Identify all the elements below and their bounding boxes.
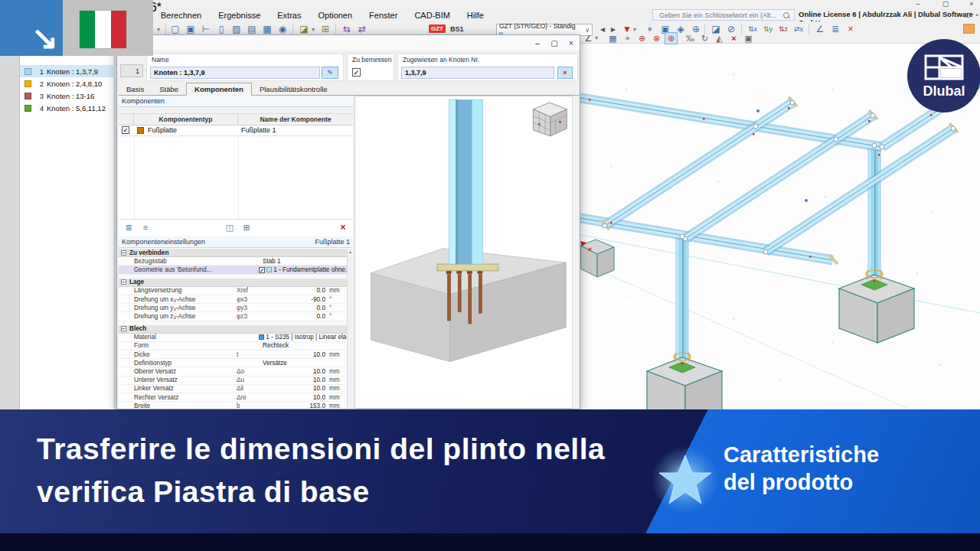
cancel-icon[interactable]: × bbox=[727, 32, 740, 44]
design-checkbox[interactable]: ✓ bbox=[352, 68, 361, 77]
remove-row-icon[interactable]: ≡ bbox=[139, 221, 152, 233]
delete-all-icon[interactable]: × bbox=[844, 23, 858, 36]
rotate-b-icon[interactable]: ⊗ bbox=[650, 32, 663, 44]
dialog-minimize-button[interactable]: – bbox=[531, 38, 544, 48]
settings-row[interactable]: Linker Versatz Δli 10.0 mm bbox=[119, 385, 347, 393]
dialog-titlebar[interactable] bbox=[117, 35, 580, 51]
preview-scrollbar[interactable] bbox=[572, 96, 578, 409]
permille-icon[interactable]: ‰ bbox=[684, 32, 697, 44]
import-icon[interactable]: ◫ bbox=[223, 221, 237, 233]
group-zu-verbinden[interactable]: − Zu verbinden bbox=[119, 249, 347, 257]
work-plane-icon[interactable]: ⌖ bbox=[621, 32, 634, 44]
menu-ergebnisse[interactable]: Ergebnisse bbox=[218, 11, 260, 20]
settings-row[interactable]: Rechter Versatz Δre 10.0 mm bbox=[119, 393, 347, 402]
settings-row[interactable]: Drehung um x₃-Achse φx3 -90.0 ° bbox=[119, 295, 347, 304]
name-input[interactable]: Knoten : 1,3,7,9 bbox=[150, 67, 320, 79]
settings-row-material[interactable]: Material 1 - S235 | Isotrop | Linear ela… bbox=[119, 334, 347, 342]
component-checkbox[interactable]: ✓ bbox=[122, 126, 129, 134]
components-table-header: Komponententyp Name der Komponente bbox=[119, 107, 353, 126]
menu-hilfe[interactable]: Hilfe bbox=[467, 11, 484, 20]
settings-row[interactable]: Unterer Versatz Δu 10.0 mm bbox=[119, 377, 347, 385]
components-header: Komponenten bbox=[119, 96, 353, 107]
edit-name-button[interactable]: ✎ bbox=[322, 67, 338, 79]
assigned-nodes-input[interactable]: 1,3,7,9 bbox=[401, 67, 554, 79]
orbit-icon[interactable]: ↻ bbox=[698, 32, 711, 44]
settings-scrollbar[interactable]: ▴ bbox=[347, 249, 353, 409]
measure-icon[interactable]: ∠ bbox=[813, 23, 827, 36]
dialog-maximize-button[interactable]: ▢ bbox=[547, 38, 561, 48]
nav-item-knoten-2[interactable]: 2 Knoten : 2,4,8,10 bbox=[20, 77, 115, 90]
case-number-field[interactable]: 1 bbox=[120, 64, 143, 77]
collapse-icon[interactable]: − bbox=[121, 250, 126, 256]
color-swatch bbox=[24, 68, 31, 75]
tab-basis[interactable]: Basis bbox=[119, 83, 152, 95]
color-swatch bbox=[24, 105, 31, 112]
bottom-strip bbox=[0, 533, 980, 551]
settings-row[interactable]: Definitionstyp Versätze bbox=[119, 359, 347, 367]
axis-x2-icon[interactable]: ⇄x bbox=[792, 23, 805, 36]
tab-komponenten[interactable]: Komponenten bbox=[186, 83, 252, 96]
settings-row[interactable]: Dicke t 10.0 mm bbox=[119, 350, 347, 359]
nav-item-knoten-3[interactable]: 3 Knoten : 13-16 bbox=[20, 90, 115, 102]
add-row-icon[interactable]: ≣ bbox=[122, 221, 136, 233]
dlubal-logo-text: Dlubal bbox=[923, 83, 965, 99]
geometry-checkbox[interactable]: ✓ bbox=[259, 267, 265, 273]
scroll-up-icon[interactable]: ▴ bbox=[349, 249, 351, 254]
settings-row[interactable]: Drehung um y₃-Achse φy3 0.0 ° bbox=[119, 304, 347, 312]
child-restore-button[interactable]: ▢ bbox=[964, 11, 972, 19]
settings-row[interactable]: Drehung um z₃-Achse φz3 0.0 ° bbox=[119, 312, 347, 321]
collapse-icon[interactable]: − bbox=[121, 279, 126, 285]
grid-icon[interactable]: ▦ bbox=[606, 32, 619, 44]
settings-row[interactable]: Längsversetzung Xref 0.0 mm bbox=[119, 287, 347, 295]
mirror-icon[interactable]: ◭ bbox=[713, 32, 726, 44]
menu-optionen[interactable]: Optionen bbox=[318, 11, 352, 20]
nav-item-knoten-4[interactable]: 4 Knoten : 5,6,11,12 bbox=[20, 102, 115, 114]
search-icon[interactable] bbox=[782, 11, 791, 20]
tab-staebe[interactable]: Stäbe bbox=[152, 83, 186, 95]
angle-dropdown-icon[interactable]: ▾ bbox=[593, 32, 600, 44]
select-nodes-button[interactable]: × bbox=[557, 67, 573, 79]
collapse-icon[interactable]: − bbox=[121, 326, 126, 331]
child-minimize-button[interactable]: – bbox=[955, 11, 962, 19]
component-name: Fußplatte 1 bbox=[241, 126, 276, 134]
star-icon bbox=[649, 446, 722, 519]
layers-icon[interactable]: ≣ bbox=[828, 23, 842, 36]
axis-y-icon[interactable]: ⇅y bbox=[761, 23, 775, 36]
keyword-search[interactable] bbox=[652, 9, 795, 21]
settings-row[interactable]: Breite b 153.0 mm bbox=[119, 402, 347, 409]
axis-z-icon[interactable]: ⇅z bbox=[776, 23, 790, 36]
app-close-button[interactable]: × bbox=[962, 0, 980, 8]
color-box-icon[interactable] bbox=[963, 24, 975, 34]
child-close-button[interactable]: × bbox=[973, 11, 980, 19]
foundation-block bbox=[647, 353, 722, 409]
library-icon[interactable]: ⊞ bbox=[240, 221, 253, 233]
component-preview[interactable] bbox=[354, 96, 573, 409]
menu-cad-bim[interactable]: CAD-BIM bbox=[414, 11, 449, 20]
group-blech[interactable]: − Blech bbox=[119, 325, 347, 334]
component-color-swatch bbox=[137, 127, 144, 134]
settings-row[interactable]: Bezugsstab Stab 1 bbox=[119, 257, 347, 266]
app-minimize-button[interactable]: – bbox=[908, 0, 928, 8]
app-restore-button[interactable]: ▢ bbox=[936, 0, 956, 8]
dialog-close-button[interactable]: × bbox=[564, 38, 578, 48]
rotate-c-icon[interactable]: ⊛ bbox=[665, 32, 678, 44]
settings-row-geometry[interactable]: Geometrie aus 'Betonfund... ✓1 - Fundame… bbox=[119, 266, 347, 274]
settings-row[interactable]: Oberer Versatz Δo 10.0 mm bbox=[119, 367, 347, 376]
rotate-a-icon[interactable]: ⊕ bbox=[635, 32, 648, 44]
settings-header-right: Fußplatte 1 bbox=[315, 236, 350, 248]
delete-icon[interactable]: × bbox=[336, 221, 350, 233]
settings-row[interactable]: Form Rechteck bbox=[119, 342, 347, 350]
tab-plausibilitaetskontrolle[interactable]: Plausibilitätskontrolle bbox=[252, 83, 335, 95]
menu-berechnen[interactable]: Berechnen bbox=[161, 11, 201, 20]
component-row[interactable]: ✓ Fußplatte Fußplatte 1 bbox=[119, 126, 353, 136]
search-input[interactable] bbox=[658, 11, 780, 20]
menu-extras[interactable]: Extras bbox=[277, 11, 301, 20]
design-group: Zu bemessen ✓ bbox=[347, 54, 394, 81]
preview-column bbox=[449, 99, 483, 264]
camera-icon[interactable]: ▣ bbox=[742, 32, 755, 44]
col-name-der-komponente: Name der Komponente bbox=[238, 114, 353, 126]
nav-item-knoten-1[interactable]: 1 Knoten : 1,3,7,9 bbox=[20, 65, 115, 77]
menu-fenster[interactable]: Fenster bbox=[369, 11, 397, 20]
group-lage[interactable]: − Lage bbox=[119, 279, 347, 287]
dlubal-logo: Dlubal bbox=[907, 39, 980, 112]
